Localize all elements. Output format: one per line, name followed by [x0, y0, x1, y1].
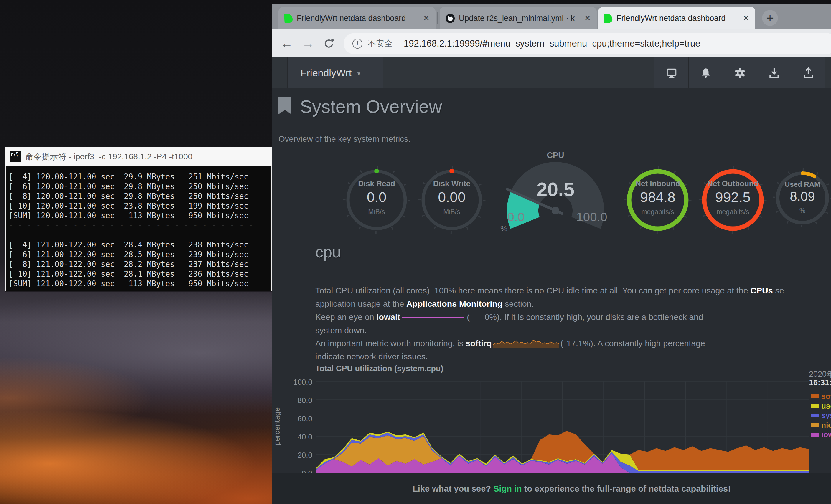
- gauge-net-inbound[interactable]: Net Inbound 984.8 megabits/s: [624, 166, 692, 234]
- page-title: System Overview: [300, 96, 442, 117]
- gauge-title: Net Inbound: [624, 179, 692, 188]
- terminal-title: 命令提示符 - iperf3 -c 192.168.1.2 -P4 -t1000: [25, 151, 193, 162]
- legend-swatch: [811, 404, 819, 408]
- gauge-title: Net Outbound: [699, 179, 767, 188]
- security-label[interactable]: 不安全: [368, 38, 393, 49]
- tab-close-icon[interactable]: ✕: [743, 13, 749, 23]
- legend-item-iowait[interactable]: iowait: [811, 431, 831, 438]
- y-tick: 20.0: [280, 451, 312, 460]
- tab-label: FriendlyWrt netdata dashboard: [617, 14, 739, 23]
- gauge-title: Disk Write: [418, 179, 486, 188]
- screen: C:\ 命令提示符 - iperf3 -c 192.168.1.2 -P4 -t…: [0, 0, 831, 504]
- gauge-disk-write[interactable]: Disk Write 0.00 MiB/s: [418, 166, 486, 234]
- softirq-value: 17.1%: [563, 337, 590, 350]
- tab-separator: [437, 12, 438, 24]
- chart-title: Total CPU utilization (system.cpu): [315, 364, 443, 373]
- gauge-net-outbound[interactable]: Net Outbound 992.5 megabits/s: [699, 166, 767, 234]
- import-button[interactable]: [757, 57, 791, 88]
- terminal-output: [ 4] 120.00-121.00 sec 29.9 MBytes 251 M…: [8, 172, 271, 289]
- settings-button[interactable]: [722, 57, 757, 88]
- chart-time: 16:31:2: [809, 378, 831, 387]
- legend-item-system[interactable]: system: [811, 412, 831, 419]
- cmd-icon: C:\: [10, 151, 21, 162]
- site-info-icon[interactable]: i: [352, 38, 363, 49]
- tab-label: FriendlyWrt netdata dashboard: [297, 14, 419, 23]
- forward-icon[interactable]: →: [302, 37, 314, 50]
- url-separator: [398, 38, 398, 50]
- page-subtitle: Overview of the key system metrics.: [279, 134, 410, 144]
- y-axis-label: percentage: [273, 403, 282, 450]
- gauge-title: Disk Read: [343, 179, 410, 188]
- gauge-unit: megabits/s: [624, 208, 692, 216]
- cpu-utilization-chart[interactable]: [316, 381, 809, 473]
- legend-swatch: [811, 433, 819, 437]
- reload-icon[interactable]: [323, 38, 335, 50]
- monitor-icon: [665, 67, 678, 79]
- terminal-window[interactable]: C:\ 命令提示符 - iperf3 -c 192.168.1.2 -P4 -t…: [5, 147, 272, 291]
- signin-banner: Like what you see? Sign in to experience…: [272, 473, 831, 504]
- terminal-body[interactable]: [ 4] 120.00-121.00 sec 29.9 MBytes 251 M…: [5, 166, 272, 291]
- y-tick: 60.0: [280, 414, 312, 423]
- gauge-value: 0.00: [418, 189, 486, 205]
- signin-text-pre: Like what you see?: [412, 484, 493, 494]
- cpus-link[interactable]: CPUs: [750, 286, 773, 295]
- terminal-titlebar[interactable]: C:\ 命令提示符 - iperf3 -c 192.168.1.2 -P4 -t…: [5, 147, 272, 166]
- y-tick: 40.0: [280, 433, 312, 442]
- url-text[interactable]: 192.168.2.1:19999/#menu_system_submenu_c…: [404, 38, 700, 49]
- download-icon: [768, 67, 780, 79]
- applications-monitoring-link[interactable]: Applications Monitoring: [406, 299, 503, 308]
- cpu-description-line-5: An important metric worth monitoring, is…: [315, 337, 705, 350]
- tab-close-icon[interactable]: ✕: [423, 13, 430, 23]
- new-tab-button[interactable]: +: [762, 10, 778, 26]
- gauge-value: 992.5: [699, 189, 767, 205]
- gauge-unit: megabits/s: [699, 208, 767, 216]
- host-dropdown[interactable]: FriendlyWrt ▼: [287, 57, 383, 88]
- iowait-sparkline: [402, 317, 464, 318]
- tab-strip: FriendlyWrt netdata dashboard ✕ Update r…: [272, 3, 831, 29]
- gauge-max: 100.0: [574, 210, 609, 224]
- gauge-dot: [449, 169, 454, 174]
- nodes-view-button[interactable]: [654, 57, 689, 88]
- browser-toolbar: ← → i 不安全 192.168.2.1:19999/#menu_system…: [272, 29, 831, 57]
- legend-swatch: [811, 394, 819, 398]
- netdata-favicon: [284, 13, 293, 23]
- gauge-unit: MiB/s: [418, 208, 486, 216]
- gauge-unit: %: [500, 224, 508, 233]
- netdata-content: System Overview Overview of the key syst…: [272, 88, 831, 504]
- tab-close-icon[interactable]: ✕: [584, 13, 591, 23]
- legend-item-user[interactable]: user: [811, 402, 831, 410]
- bookmark-icon: [279, 97, 291, 114]
- tab-github[interactable]: Update r2s_lean_minimal.yml · k ✕: [440, 7, 597, 29]
- gear-icon: [734, 67, 746, 79]
- cpu-description-line-2: application usage at the Applications Mo…: [315, 297, 534, 310]
- netdata-favicon: [604, 13, 613, 23]
- signin-link[interactable]: Sign in: [493, 484, 522, 494]
- chevron-down-icon: ▼: [356, 69, 361, 77]
- gauge-unit: %: [773, 207, 831, 215]
- section-title-cpu: cpu: [315, 243, 341, 261]
- gauge-value: 20.5: [498, 178, 613, 201]
- gauge-cpu[interactable]: CPU 20.5 0.0 100.0 %: [498, 149, 613, 243]
- tab-netdata-1[interactable]: FriendlyWrt netdata dashboard ✕: [279, 7, 435, 29]
- browser-window: FriendlyWrt netdata dashboard ✕ Update r…: [272, 3, 831, 504]
- address-bar[interactable]: i 不安全 192.168.2.1:19999/#menu_system_sub…: [344, 33, 831, 54]
- gauge-value: 0.0: [343, 189, 410, 205]
- gauge-dot: [374, 169, 379, 174]
- legend-item-softirq[interactable]: softirq: [811, 392, 831, 400]
- back-icon[interactable]: ←: [281, 37, 293, 50]
- alarms-button[interactable]: [688, 57, 723, 88]
- gauge-used-ram[interactable]: Used RAM 8.09 %: [773, 169, 831, 228]
- signin-text-post: to experience the full-range of netdata …: [522, 484, 731, 494]
- netdata-navbar: FriendlyWrt ▼: [272, 57, 831, 89]
- tab-netdata-2-active[interactable]: FriendlyWrt netdata dashboard ✕: [598, 7, 755, 29]
- chart-date: 2020年3: [809, 369, 831, 379]
- gauge-min: 0.0: [503, 210, 529, 224]
- upload-icon: [802, 67, 814, 79]
- export-button[interactable]: [791, 57, 825, 88]
- iowait-value: 0%: [470, 310, 497, 324]
- gauge-disk-read[interactable]: Disk Read 0.0 MiB/s: [343, 166, 410, 234]
- y-tick: 80.0: [280, 396, 312, 405]
- cpu-description-line-3: Keep an eye on iowait(0%). If it is cons…: [315, 310, 703, 324]
- cpu-description-line-4: system down.: [315, 324, 367, 337]
- legend-item-nice[interactable]: nice: [811, 421, 831, 429]
